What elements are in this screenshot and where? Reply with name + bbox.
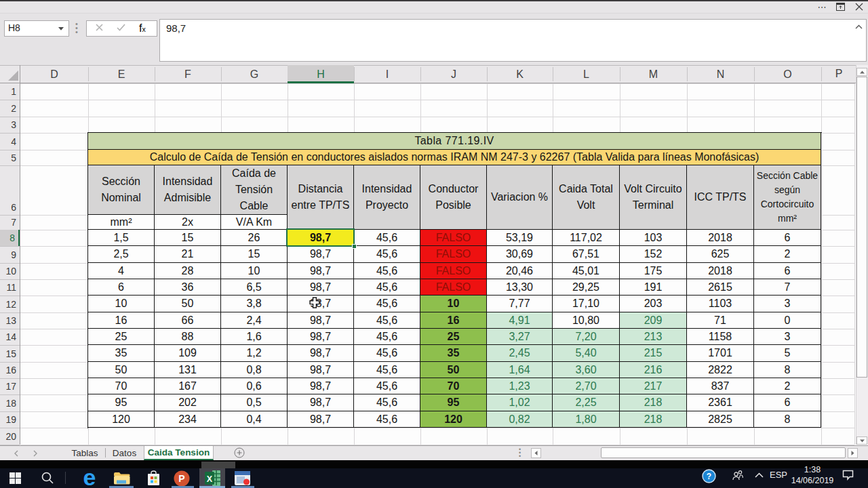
- svg-text:P: P: [178, 473, 184, 484]
- svg-text:?: ?: [707, 472, 711, 481]
- svg-text:X: X: [207, 474, 213, 484]
